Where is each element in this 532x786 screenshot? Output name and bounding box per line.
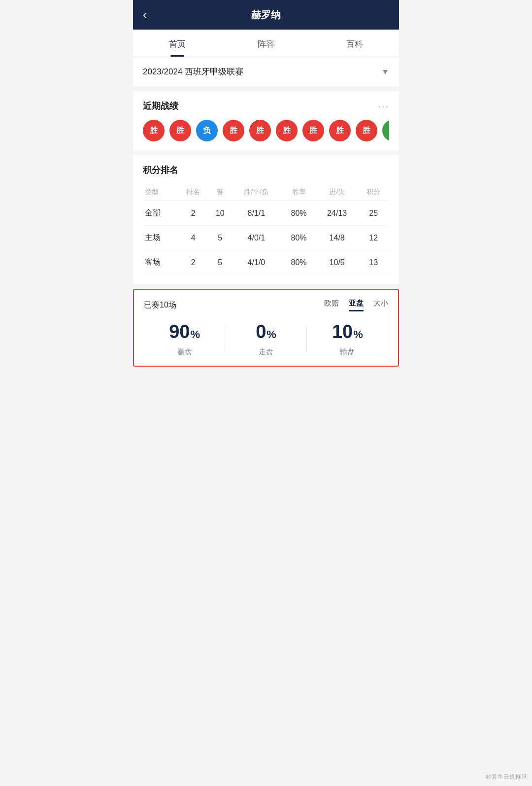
standings-col-header: 类型 — [143, 184, 178, 201]
standings-col-header: 排名 — [178, 184, 209, 201]
standings-cell: 5 — [209, 250, 231, 275]
standings-cell: 主场 — [143, 226, 178, 250]
handicap-header: 已赛10场 欧赔亚盘大小 — [144, 299, 388, 311]
standings-table: 类型排名赛胜/平/负胜率进/失积分 全部2108/1/180%24/1325主场… — [143, 184, 389, 275]
page-title: 赫罗纳 — [251, 8, 281, 22]
standings-col-header: 赛 — [209, 184, 231, 201]
handicap-type-tab[interactable]: 大小 — [373, 299, 388, 311]
standings-cell: 80% — [281, 226, 316, 250]
standings-cell: 12 — [358, 226, 389, 250]
season-text: 2023/2024 西班牙甲级联赛 — [143, 66, 243, 77]
tab-bar: 首页 阵容 百科 — [133, 30, 399, 57]
standings-cell: 10 — [209, 201, 231, 226]
more-options-button[interactable]: ··· — [378, 101, 389, 112]
result-badge: 胜 — [169, 120, 191, 141]
results-row: 胜胜负胜胜胜胜胜胜平 — [143, 120, 389, 141]
standings-cell: 4 — [178, 226, 209, 250]
recent-results-title: 近期战绩 — [143, 100, 178, 112]
handicap-type-tab[interactable]: 欧赔 — [324, 299, 339, 311]
standings-section: 积分排名 类型排名赛胜/平/负胜率进/失积分 全部2108/1/180%24/1… — [133, 155, 399, 284]
standings-cell: 80% — [281, 201, 316, 226]
handicap-stats: 90%赢盘0%走盘10%输盘 — [144, 321, 388, 357]
standings-cell: 2 — [178, 201, 209, 226]
handicap-label: 走盘 — [225, 347, 306, 357]
recent-results-section: 近期战绩 ··· 胜胜负胜胜胜胜胜胜平 — [133, 91, 399, 150]
handicap-stat: 0%走盘 — [225, 321, 306, 357]
standings-col-header: 胜/平/负 — [231, 184, 281, 201]
result-badge: 胜 — [356, 120, 377, 141]
standings-cell: 10/5 — [316, 250, 358, 275]
standings-cell: 2 — [178, 250, 209, 275]
result-badge: 胜 — [329, 120, 351, 141]
standings-col-header: 胜率 — [281, 184, 316, 201]
standings-cell: 80% — [281, 250, 316, 275]
standings-cell: 5 — [209, 226, 231, 250]
header: ‹ 赫罗纳 — [133, 0, 399, 30]
standings-row: 全部2108/1/180%24/1325 — [143, 201, 389, 226]
result-badge: 负 — [196, 120, 218, 141]
standings-title: 积分排名 — [143, 164, 389, 176]
tab-home[interactable]: 首页 — [133, 30, 222, 57]
standings-row: 客场254/1/080%10/513 — [143, 250, 389, 275]
recent-results-header: 近期战绩 ··· — [143, 100, 389, 112]
handicap-types: 欧赔亚盘大小 — [324, 299, 388, 311]
standings-cell: 全部 — [143, 201, 178, 226]
standings-cell: 客场 — [143, 250, 178, 275]
result-badge: 胜 — [302, 120, 324, 141]
chevron-down-icon: ▼ — [381, 68, 389, 76]
standings-cell: 13 — [358, 250, 389, 275]
standings-cell: 24/13 — [316, 201, 358, 226]
handicap-stat: 90%赢盘 — [144, 321, 225, 357]
result-badge: 胜 — [143, 120, 165, 141]
handicap-percentage: 90% — [144, 321, 225, 342]
result-badge: 胜 — [276, 120, 298, 141]
tab-lineup[interactable]: 阵容 — [222, 30, 310, 57]
standings-cell: 4/0/1 — [231, 226, 281, 250]
standings-cell: 4/1/0 — [231, 250, 281, 275]
handicap-label: 输盘 — [307, 347, 388, 357]
result-badge: 平 — [382, 120, 389, 141]
season-selector[interactable]: 2023/2024 西班牙甲级联赛 ▼ — [133, 57, 399, 86]
handicap-percentage: 0% — [225, 321, 306, 342]
handicap-type-tab[interactable]: 亚盘 — [349, 299, 364, 311]
standings-col-header: 进/失 — [316, 184, 358, 201]
standings-cell: 14/8 — [316, 226, 358, 250]
handicap-label: 赢盘 — [144, 347, 225, 357]
tab-wiki[interactable]: 百科 — [310, 30, 399, 57]
back-button[interactable]: ‹ — [143, 8, 147, 22]
standings-row: 主场454/0/180%14/812 — [143, 226, 389, 250]
handicap-percentage: 10% — [307, 321, 388, 342]
standings-col-header: 积分 — [358, 184, 389, 201]
result-badge: 胜 — [249, 120, 271, 141]
handicap-section: 已赛10场 欧赔亚盘大小 90%赢盘0%走盘10%输盘 — [133, 289, 399, 367]
standings-cell: 25 — [358, 201, 389, 226]
main-content: 2023/2024 西班牙甲级联赛 ▼ 近期战绩 ··· 胜胜负胜胜胜胜胜胜平 … — [133, 57, 399, 367]
result-badge: 胜 — [223, 120, 244, 141]
handicap-played: 已赛10场 — [144, 300, 176, 310]
handicap-stat: 10%输盘 — [307, 321, 388, 357]
standings-cell: 8/1/1 — [231, 201, 281, 226]
